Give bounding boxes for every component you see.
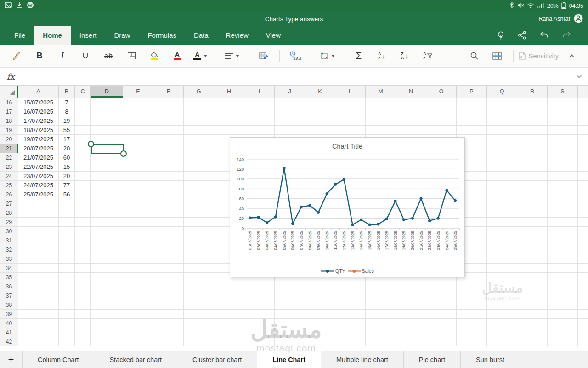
cell-E27[interactable] [123,199,153,208]
cell-A22[interactable]: 21/07/2025 [18,153,59,162]
cell-D41[interactable] [91,328,123,337]
column-header-G[interactable]: G [184,86,214,98]
cell-E24[interactable] [123,172,153,180]
cell-Q24[interactable] [487,172,517,180]
cell-Q33[interactable] [487,254,517,263]
cell-D34[interactable] [91,264,123,272]
cell-B22[interactable]: 60 [59,153,75,162]
column-header-P[interactable]: P [457,86,487,98]
cell-O19[interactable] [426,126,457,134]
cell-E42[interactable] [123,337,153,346]
cell-K18[interactable] [305,116,335,125]
column-header-M[interactable]: M [366,86,396,98]
cell-L16[interactable] [335,98,366,107]
strikethrough-button[interactable]: ab [98,47,119,65]
cell-A34[interactable] [18,264,59,272]
cell-S32[interactable] [548,245,578,254]
cell-B17[interactable]: 8 [59,107,75,116]
cell-I38[interactable] [244,300,275,309]
row-header-24[interactable]: 24 [0,172,18,180]
column-header-Q[interactable]: Q [487,86,517,98]
cell-D17[interactable] [91,107,123,116]
cell-A28[interactable] [18,208,59,217]
cell-O41[interactable] [426,328,457,337]
search-button[interactable] [464,47,485,65]
cell-G38[interactable] [184,300,214,309]
cell-D30[interactable] [91,227,123,236]
cell-F18[interactable] [153,116,184,125]
cell-A31[interactable] [18,236,59,245]
cell-K17[interactable] [305,107,335,116]
cell-K40[interactable] [305,319,335,328]
cell-B40[interactable] [59,319,75,328]
cell-R28[interactable] [517,208,548,217]
cell-B18[interactable]: 19 [59,116,75,125]
cell-H38[interactable] [214,300,244,309]
cell-A16[interactable]: 15/07/2025 [18,98,59,107]
cell-B35[interactable] [59,273,75,282]
autosum-button[interactable]: Σ [349,47,369,65]
cell-G21[interactable] [184,144,214,153]
column-header-S[interactable]: S [548,86,578,98]
cell-I17[interactable] [244,107,275,116]
font-color-button[interactable]: A [167,47,187,65]
cell-C32[interactable] [75,245,91,254]
cell-L39[interactable] [335,310,366,318]
row-header-26[interactable]: 26 [0,190,18,199]
cell-B27[interactable] [59,199,75,208]
sheet-tab-pie-chart[interactable]: Pie chart [404,351,461,368]
cell-B42[interactable] [59,337,75,346]
cell-M18[interactable] [366,116,396,125]
cell-F38[interactable] [153,300,184,309]
cell-selection-d21[interactable] [91,144,124,154]
cell-G16[interactable] [184,98,214,107]
cell-C41[interactable] [75,328,91,337]
cell-C36[interactable] [75,282,91,291]
cell-F27[interactable] [153,199,184,208]
cell-M40[interactable] [366,319,396,328]
cell-A40[interactable] [18,319,59,328]
cell-R32[interactable] [517,245,548,254]
cell-G20[interactable] [184,135,214,144]
cell-Q38[interactable] [487,300,517,309]
cell-L18[interactable] [335,116,366,125]
cell-O38[interactable] [426,300,457,309]
cell-A38[interactable] [18,300,59,309]
cell-F28[interactable] [153,208,184,217]
row-header-36[interactable]: 36 [0,282,18,291]
cell-B20[interactable]: 17 [59,135,75,144]
cell-S18[interactable] [548,116,578,125]
cell-D37[interactable] [91,291,123,300]
cell-F41[interactable] [153,328,184,337]
cell-R18[interactable] [517,116,548,125]
cell-Q18[interactable] [487,116,517,125]
cell-F16[interactable] [153,98,184,107]
cell-G27[interactable] [184,199,214,208]
cell-G32[interactable] [184,245,214,254]
cell-I41[interactable] [244,328,275,337]
select-all-corner[interactable] [0,86,18,98]
cell-E38[interactable] [123,300,153,309]
column-header-R[interactable]: R [517,86,548,98]
cell-C25[interactable] [75,181,91,190]
cell-S16[interactable] [548,98,578,107]
cell-G34[interactable] [184,264,214,272]
cell-A20[interactable]: 19/07/2025 [18,135,59,144]
cell-F37[interactable] [153,291,184,300]
cell-G39[interactable] [184,310,214,318]
menu-tab-insert[interactable]: Insert [71,26,106,45]
column-header-O[interactable]: O [426,86,457,98]
cell-F26[interactable] [153,190,184,199]
cell-C28[interactable] [75,208,91,217]
cell-C34[interactable] [75,264,91,272]
cell-S19[interactable] [548,126,578,134]
row-header-39[interactable]: 39 [0,310,18,318]
cell-J17[interactable] [275,107,305,116]
cell-G29[interactable] [184,218,214,226]
cell-C17[interactable] [75,107,91,116]
italic-button[interactable]: I [52,47,73,65]
cell-E35[interactable] [123,273,153,282]
cell-S30[interactable] [548,227,578,236]
cell-A27[interactable] [18,199,59,208]
cell-Q17[interactable] [487,107,517,116]
